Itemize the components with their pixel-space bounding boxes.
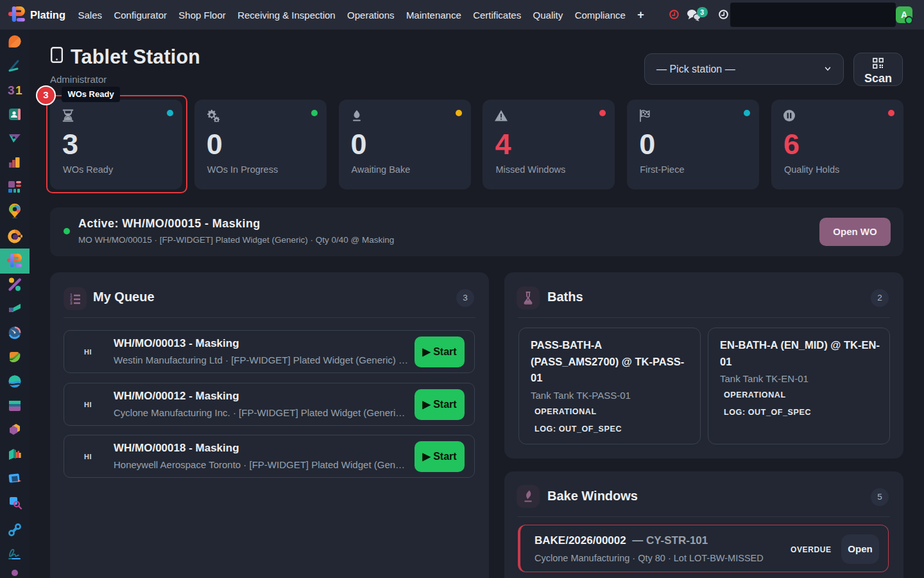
svg-text:3: 3 — [8, 83, 15, 97]
svg-text:1: 1 — [15, 83, 22, 97]
svg-text:3: 3 — [70, 301, 73, 304]
